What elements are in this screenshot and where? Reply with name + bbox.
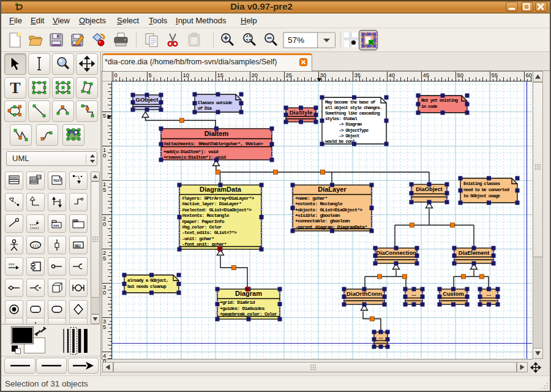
- svg-text:need to be converted: need to be converted: [463, 187, 509, 192]
- svg-text:to GObject usage: to GObject usage: [463, 194, 501, 198]
- svg-text:GObject: GObject: [136, 96, 159, 103]
- svg-text:+name: gchar*: +name: gchar*: [295, 195, 328, 201]
- svg-text:...: ...: [411, 291, 416, 297]
- svg-text:styles: Global: styles: Global: [325, 116, 358, 121]
- svg-text:Classes outside: Classes outside: [198, 100, 233, 105]
- svg-text:-unit: gchar*: -unit: gchar*: [182, 236, 214, 241]
- svg-text:#selected: GList<DiaObject*>: #selected: GList<DiaObject*>: [182, 207, 252, 213]
- svg-text:-> Object: -> Object: [325, 134, 359, 138]
- svg-text:-font_unit: gchar*: -font_unit: gchar*: [182, 241, 227, 247]
- svg-text:+grid: DiaGrid: +grid: DiaGrid: [220, 300, 255, 305]
- svg-text:-> ObjectType: -> ObjectType: [325, 128, 369, 133]
- svg-text:+objects: GList<DiaObject*>: +objects: GList<DiaObject*>: [295, 207, 362, 213]
- svg-text:Not yet existing: Not yet existing: [421, 98, 459, 103]
- svg-text:+add(o:DiaItem*): void: +add(o:DiaItem*): void: [163, 149, 219, 154]
- svg-text:DiaConnection: DiaConnection: [376, 250, 416, 256]
- svg-text:+guides: DiaGuides: +guides: DiaGuides: [220, 306, 265, 311]
- svg-text:DiaItem: DiaItem: [204, 130, 229, 137]
- svg-text:...: ...: [378, 334, 383, 340]
- svg-text:in code: in code: [421, 104, 438, 109]
- svg-text:#attachments: GHashTable<gchar: #attachments: GHashTable<gchar*, GValue>: [163, 141, 263, 146]
- svg-text:#layers: GPtrArray<DiaLayer*>: #layers: GPtrArray<DiaLayer*>: [182, 195, 254, 201]
- svg-text:of Dia: of Dia: [198, 106, 212, 111]
- svg-text:Custom: Custom: [443, 291, 464, 297]
- svg-text:but needs cleanup: but needs cleanup: [127, 284, 167, 289]
- svg-text:#extents: Rectangle: #extents: Rectangle: [182, 213, 230, 218]
- svg-text:already a GObject,: already a GObject,: [127, 278, 168, 283]
- svg-text:DiaOrthConn: DiaOrthConn: [347, 291, 382, 297]
- svg-text:DiaStyle: DiaStyle: [290, 109, 313, 116]
- svg-text:#bg_color: Color: #bg_color: Color: [182, 224, 222, 230]
- svg-text:#paper: PaperInfo: #paper: PaperInfo: [182, 219, 225, 224]
- svg-text:...: ...: [487, 291, 492, 297]
- svg-text:-parent_diagram: DiagramData*: -parent_diagram: DiagramData*: [295, 224, 367, 230]
- svg-text:+pagebreak_color: Color: +pagebreak_color: Color: [220, 311, 277, 317]
- svg-text:Something like cascading: Something like cascading: [325, 111, 380, 116]
- svg-text:all object style changes.: all object style changes.: [325, 105, 382, 110]
- svg-text:+extents: Rectangle: +extents: Rectangle: [295, 201, 343, 206]
- svg-text:+connectable: gboolean: +connectable: gboolean: [295, 218, 350, 224]
- svg-text:-> Diagram: -> Diagram: [325, 122, 362, 127]
- svg-text:-text_edits: GList<?*>: -text_edits: GList<?*>: [182, 230, 237, 235]
- svg-text:DiaElement: DiaElement: [459, 250, 490, 256]
- svg-text:#active_layer: DiaLayer*: #active_layer: DiaLayer*: [182, 201, 241, 206]
- svg-text:DiaObject: DiaObject: [416, 186, 442, 192]
- svg-text:+visible: gboolean: +visible: gboolean: [295, 213, 340, 218]
- svg-text:Existing classes: Existing classes: [463, 181, 501, 186]
- svg-text:May become the base of: May become the base of: [325, 100, 376, 105]
